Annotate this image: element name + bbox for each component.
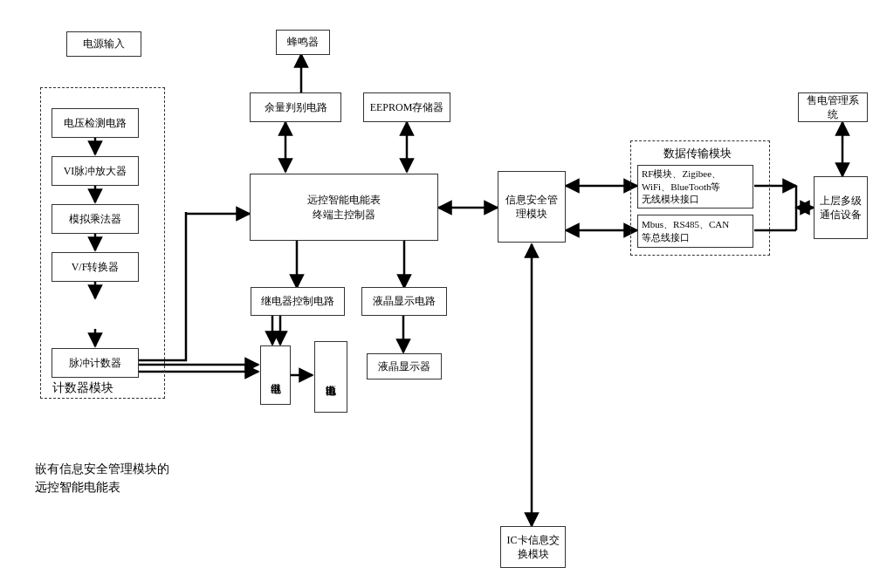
- vi-pulse-box: VI脉冲放大器: [52, 156, 139, 186]
- remaining-judge-box: 余量判别电路: [250, 92, 341, 122]
- bus-text: Mbus、RS485、CAN 等总线接口: [642, 218, 729, 244]
- main-boundary-label-l1: 嵌有信息安全管理模块的: [35, 462, 169, 475]
- bus-box: Mbus、RS485、CAN 等总线接口: [637, 215, 753, 248]
- bus-l1: Mbus、RS485、CAN: [642, 219, 729, 229]
- buzzer-label: 蜂鸣器: [287, 35, 319, 49]
- relay-box: 继电器: [260, 345, 291, 405]
- vf-converter-box: V/F转换器: [52, 252, 139, 282]
- power-input-label: 电源输入: [83, 37, 125, 51]
- power-output-box: 电源输出: [314, 341, 347, 413]
- bus-l2: 等总线接口: [642, 232, 690, 243]
- ic-card-box: IC卡信息交换模块: [500, 526, 566, 568]
- pulse-counter-box: 脉冲计数器: [52, 348, 139, 378]
- wireless-l2: WiFi、BlueTooth等: [642, 181, 720, 192]
- eeprom-box: EEPROM存储器: [363, 92, 450, 122]
- wireless-box: RF模块、Zigibee、 WiFi、BlueTooth等 无线模块接口: [637, 165, 753, 209]
- sales-mgmt-box: 售电管理系统: [798, 92, 868, 122]
- main-controller-l2: 终端主控制器: [313, 208, 375, 222]
- analog-mult-box: 模拟乘法器: [52, 204, 139, 234]
- vi-pulse-label: VI脉冲放大器: [64, 164, 127, 178]
- data-transfer-label: 数据传输模块: [663, 146, 732, 161]
- relay-control-box: 继电器控制电路: [251, 287, 345, 316]
- main-boundary-label-l2: 远控智能电能表: [35, 481, 120, 494]
- lcd-display-label: 液晶显示器: [378, 359, 430, 373]
- upper-comm-label: 上层多级通信设备: [818, 194, 863, 222]
- ic-card-label: IC卡信息交换模块: [505, 533, 561, 561]
- eeprom-label: EEPROM存储器: [370, 100, 444, 114]
- voltage-detect-box: 电压检测电路: [52, 108, 139, 138]
- info-security-label: 信息安全管理模块: [502, 193, 561, 221]
- relay-control-label: 继电器控制电路: [261, 294, 334, 308]
- counter-module-label: 计数器模块: [52, 380, 113, 396]
- voltage-detect-label: 电压检测电路: [64, 116, 127, 130]
- buzzer-box: 蜂鸣器: [276, 30, 330, 55]
- main-controller-box: 远控智能电能表 终端主控制器: [250, 174, 438, 241]
- wireless-text: RF模块、Zigibee、 WiFi、BlueTooth等 无线模块接口: [642, 168, 721, 207]
- analog-mult-label: 模拟乘法器: [69, 212, 121, 226]
- pulse-counter-label: 脉冲计数器: [69, 356, 121, 370]
- remaining-judge-label: 余量判别电路: [265, 100, 327, 114]
- main-boundary-label: 嵌有信息安全管理模块的 远控智能电能表: [35, 460, 169, 496]
- wireless-l3: 无线模块接口: [642, 194, 699, 204]
- main-controller-l1: 远控智能电能表: [307, 193, 381, 207]
- power-input-box: 电源输入: [66, 31, 141, 57]
- sales-mgmt-label: 售电管理系统: [802, 93, 863, 121]
- vf-converter-label: V/F转换器: [72, 260, 120, 274]
- lcd-circuit-box: 液晶显示电路: [361, 287, 447, 316]
- upper-comm-box: 上层多级通信设备: [814, 176, 868, 239]
- lcd-circuit-label: 液晶显示电路: [373, 294, 436, 308]
- info-security-box: 信息安全管理模块: [498, 171, 566, 243]
- wireless-l1: RF模块、Zigibee、: [642, 168, 721, 179]
- lcd-display-box: 液晶显示器: [367, 353, 442, 379]
